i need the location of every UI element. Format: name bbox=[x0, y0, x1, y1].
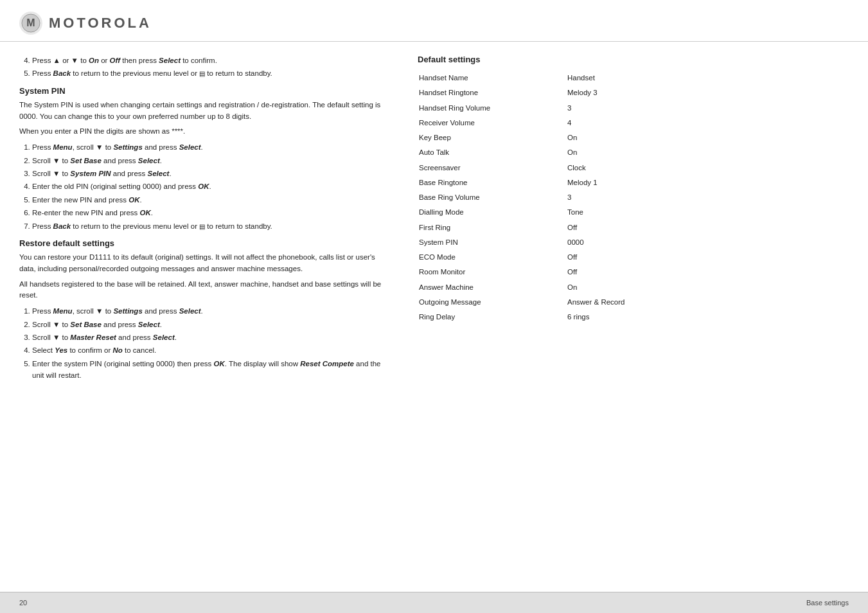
restore-defaults-heading: Restore default settings bbox=[19, 238, 392, 248]
setting-label: System PIN bbox=[418, 235, 566, 250]
restore-step-4: Select Yes to confirm or No to cancel. bbox=[32, 344, 392, 356]
page-footer: 20 Base settings bbox=[0, 592, 868, 613]
setting-label: Base Ring Volume bbox=[418, 190, 566, 205]
setting-label: Handset Ring Volume bbox=[418, 101, 566, 116]
system-pin-steps: Press Menu, scroll ▼ to Settings and pre… bbox=[32, 141, 392, 232]
restore-steps: Press Menu, scroll ▼ to Settings and pre… bbox=[32, 305, 392, 381]
setting-value: Tone bbox=[566, 205, 687, 220]
left-column: Press ▲ or ▼ to On or Off then press Sel… bbox=[19, 55, 392, 387]
main-content: Press ▲ or ▼ to On or Off then press Sel… bbox=[0, 42, 868, 400]
svg-text:M: M bbox=[26, 17, 35, 28]
system-pin-step-6: Re-enter the new PIN and press OK. bbox=[32, 207, 392, 218]
setting-value: Melody 1 bbox=[566, 175, 687, 190]
setting-label: Handset Name bbox=[418, 71, 566, 85]
settings-row: Receiver Volume 4 bbox=[418, 116, 687, 130]
system-pin-step-5: Enter the new PIN and press OK. bbox=[32, 194, 392, 206]
system-pin-para1: The System PIN is used when changing cer… bbox=[19, 100, 392, 123]
section-label: Base settings bbox=[806, 599, 849, 607]
setting-value: Handset bbox=[566, 71, 687, 85]
settings-row: Screensaver Clock bbox=[418, 161, 687, 175]
restore-para2: All handsets registered to the base will… bbox=[19, 279, 392, 302]
page-header: M MOTOROLA bbox=[0, 0, 868, 42]
intro-step-5: Press Back to return to the previous men… bbox=[32, 67, 392, 79]
intro-steps: Press ▲ or ▼ to On or Off then press Sel… bbox=[32, 55, 392, 80]
setting-value: Off bbox=[566, 265, 687, 280]
default-settings-title: Default settings bbox=[418, 55, 687, 64]
motorola-logo: M MOTOROLA bbox=[19, 12, 152, 35]
settings-row: Auto Talk On bbox=[418, 145, 687, 160]
setting-value: 3 bbox=[566, 101, 687, 116]
system-pin-heading: System PIN bbox=[19, 86, 392, 96]
system-pin-step-1: Press Menu, scroll ▼ to Settings and pre… bbox=[32, 141, 392, 153]
setting-label: Handset Ringtone bbox=[418, 85, 566, 100]
right-column: Default settings Handset Name Handset Ha… bbox=[418, 55, 687, 387]
setting-value: 3 bbox=[566, 190, 687, 205]
settings-row: Handset Ring Volume 3 bbox=[418, 101, 687, 116]
settings-row: Outgoing Message Answer & Record bbox=[418, 295, 687, 310]
default-settings-table: Handset Name Handset Handset Ringtone Me… bbox=[418, 71, 687, 324]
settings-row: Handset Name Handset bbox=[418, 71, 687, 85]
settings-row: System PIN 0000 bbox=[418, 235, 687, 250]
setting-value: On bbox=[566, 145, 687, 160]
settings-row: Dialling Mode Tone bbox=[418, 205, 687, 220]
page-number: 20 bbox=[19, 599, 27, 607]
setting-value: 0000 bbox=[566, 235, 687, 250]
setting-label: First Ring bbox=[418, 220, 566, 235]
setting-value: Off bbox=[566, 220, 687, 235]
setting-value: On bbox=[566, 130, 687, 145]
settings-row: Base Ring Volume 3 bbox=[418, 190, 687, 205]
system-pin-step-3: Scroll ▼ to System PIN and press Select. bbox=[32, 168, 392, 179]
setting-value: Off bbox=[566, 250, 687, 265]
setting-label: Ring Delay bbox=[418, 310, 566, 324]
setting-value: 4 bbox=[566, 116, 687, 130]
restore-step-1: Press Menu, scroll ▼ to Settings and pre… bbox=[32, 305, 392, 317]
settings-row: Key Beep On bbox=[418, 130, 687, 145]
restore-step-3: Scroll ▼ to Master Reset and press Selec… bbox=[32, 332, 392, 343]
logo-icon: M bbox=[19, 12, 42, 35]
setting-label: ECO Mode bbox=[418, 250, 566, 265]
settings-row: Base Ringtone Melody 1 bbox=[418, 175, 687, 190]
setting-value: Clock bbox=[566, 161, 687, 175]
settings-row: ECO Mode Off bbox=[418, 250, 687, 265]
setting-label: Dialling Mode bbox=[418, 205, 566, 220]
setting-value: Answer & Record bbox=[566, 295, 687, 310]
setting-value: Melody 3 bbox=[566, 85, 687, 100]
system-pin-step-2: Scroll ▼ to Set Base and press Select. bbox=[32, 155, 392, 166]
intro-step-4: Press ▲ or ▼ to On or Off then press Sel… bbox=[32, 55, 392, 66]
setting-value: 6 rings bbox=[566, 310, 687, 324]
setting-label: Auto Talk bbox=[418, 145, 566, 160]
setting-label: Screensaver bbox=[418, 161, 566, 175]
settings-row: Handset Ringtone Melody 3 bbox=[418, 85, 687, 100]
brand-name: MOTOROLA bbox=[49, 15, 152, 31]
setting-label: Base Ringtone bbox=[418, 175, 566, 190]
settings-row: First Ring Off bbox=[418, 220, 687, 235]
system-pin-step-4: Enter the old PIN (original setting 0000… bbox=[32, 181, 392, 192]
setting-label: Outgoing Message bbox=[418, 295, 566, 310]
setting-label: Key Beep bbox=[418, 130, 566, 145]
restore-step-5: Enter the system PIN (original setting 0… bbox=[32, 358, 392, 382]
setting-label: Answer Machine bbox=[418, 280, 566, 295]
settings-row: Ring Delay 6 rings bbox=[418, 310, 687, 324]
system-pin-step-7: Press Back to return to the previous men… bbox=[32, 220, 392, 232]
setting-label: Receiver Volume bbox=[418, 116, 566, 130]
setting-label: Room Monitor bbox=[418, 265, 566, 280]
system-pin-para2: When you enter a PIN the digits are show… bbox=[19, 126, 392, 138]
setting-value: On bbox=[566, 280, 687, 295]
settings-row: Room Monitor Off bbox=[418, 265, 687, 280]
settings-row: Answer Machine On bbox=[418, 280, 687, 295]
restore-para1: You can restore your D1111 to its defaul… bbox=[19, 252, 392, 275]
restore-step-2: Scroll ▼ to Set Base and press Select. bbox=[32, 319, 392, 330]
